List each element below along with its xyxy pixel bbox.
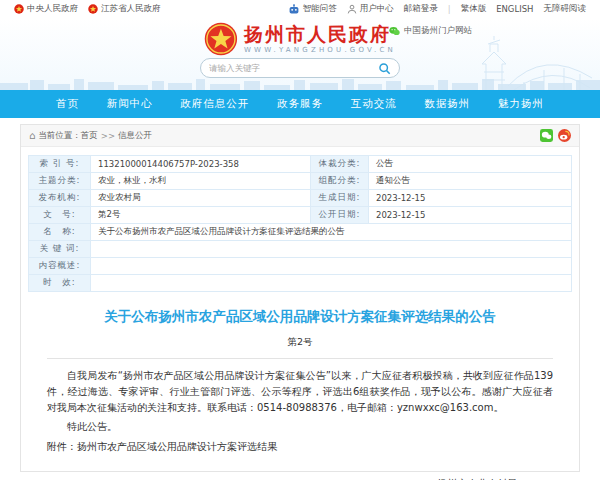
article-title: 关于公布扬州市农产品区域公用品牌设计方案征集评选结果的公告: [47, 308, 553, 326]
english-label: ENGLISH: [496, 4, 533, 14]
meta-row: 时 效:: [29, 275, 572, 292]
meta-value: 11321000014406757P-2023-358: [91, 156, 311, 173]
meta-row: 发布机构:农业农村局生成日期:2023-12-15: [29, 190, 572, 207]
national-emblem-icon: [88, 4, 98, 14]
content-panel: ⌂ 当前位置： 首页 >> 信息公开 索 引 号:113210000144067…: [20, 124, 580, 472]
topbar-left: 中央人民政府 江苏省人民政府: [14, 3, 161, 15]
meta-row: 主题分类:农业，林业，水利组配分类:通知公告: [29, 173, 572, 190]
meta-label: 体裁分类:: [311, 156, 369, 173]
article-closing: 特此公告。: [47, 420, 553, 434]
title-divider: [47, 358, 553, 359]
topbar-divider: |: [448, 4, 451, 14]
meta-label: 内容概述:: [29, 258, 91, 275]
mail-login-link[interactable]: 邮箱登录: [404, 3, 438, 15]
nav-item[interactable]: 数据扬州: [424, 97, 470, 111]
breadcrumb: ⌂ 当前位置： 首页 >> 信息公开: [21, 125, 579, 147]
smart-qa-link[interactable]: 智能问答: [288, 3, 337, 15]
national-emblem-icon: [204, 22, 238, 56]
meta-value: 公告: [369, 156, 572, 173]
meta-label: 发布机构:: [29, 190, 91, 207]
meta-value: [91, 275, 572, 292]
site-url: WWW.YANGZHOU.GOV.CN: [244, 46, 396, 54]
english-link[interactable]: ENGLISH: [496, 4, 533, 14]
meta-label: 组配分类:: [311, 173, 369, 190]
share-wechat-icon[interactable]: [540, 129, 553, 142]
user-center-label: 用户中心: [360, 3, 394, 15]
attachment-link[interactable]: 扬州市农产品区域公用品牌设计方案评选结果: [77, 441, 277, 452]
meta-value: 农业农村局: [91, 190, 311, 207]
signature-block: 扬州市农业农村局 2023年12月15日: [47, 474, 553, 480]
city-skyline-artwork: [0, 77, 600, 90]
meta-label: 名 称:: [29, 224, 91, 241]
search-icon[interactable]: [378, 62, 391, 75]
document-meta-table: 索 引 号:11321000014406757P-2023-358体裁分类:公告…: [28, 155, 572, 292]
accessibility-link[interactable]: 无障碍阅读: [544, 3, 587, 15]
link-jiangsu-gov[interactable]: 江苏省人民政府: [88, 3, 161, 15]
home-icon: ⌂: [29, 130, 35, 141]
attachment-line: 附件：扬州市农产品区域公用品牌设计方案评选结果: [47, 440, 553, 454]
meta-row: 名 称:关于公布扬州市农产品区域公用品牌设计方案征集评选结果的公告: [29, 224, 572, 241]
traditional-link[interactable]: 繁体版: [461, 3, 487, 15]
article: 关于公布扬州市农产品区域公用品牌设计方案征集评选结果的公告 第2号 自我局发布“…: [21, 292, 579, 480]
article-doc-number: 第2号: [47, 336, 553, 349]
national-emblem-icon: [14, 4, 24, 14]
meta-row: 关 键 词:: [29, 241, 572, 258]
search-input[interactable]: [209, 63, 378, 73]
meta-label: 关 键 词:: [29, 241, 91, 258]
breadcrumb-label: 当前位置：: [38, 130, 81, 142]
article-paragraph: 自我局发布“扬州市农产品区域公用品牌设计方案征集公告”以来，广大应征者积极投稿，…: [47, 368, 553, 417]
main-nav: 首页新闻中心政府信息公开政务服务互动交流数据扬州魅力扬州: [0, 90, 600, 118]
meta-row: 内容概述:: [29, 258, 572, 275]
portal-tag[interactable]: 中国扬州门户网站: [389, 25, 472, 37]
search-bar: [200, 58, 400, 78]
accessibility-label: 无障碍阅读: [544, 3, 587, 15]
breadcrumb-separator: >>: [101, 131, 115, 141]
nav-item[interactable]: 政务服务: [277, 97, 323, 111]
nav-item[interactable]: 首页: [56, 97, 79, 111]
topbar-right: 智能问答 用户中心 邮箱登录 | 繁体版 ENGLISH 无障碍阅读: [288, 3, 586, 15]
link-central-gov-label: 中央人民政府: [27, 3, 78, 15]
nav-item[interactable]: 政府信息公开: [180, 97, 249, 111]
attachment-label: 附件：: [47, 441, 77, 452]
site-name: 扬州市人民政府: [244, 24, 396, 45]
user-icon: [347, 4, 357, 14]
user-center-link[interactable]: 用户中心: [347, 3, 394, 15]
nav-item[interactable]: 魅力扬州: [498, 97, 544, 111]
meta-value: 2023-12-15: [369, 190, 572, 207]
meta-row: 索 引 号:11321000014406757P-2023-358体裁分类:公告: [29, 156, 572, 173]
meta-value: [91, 241, 572, 258]
smart-qa-label: 智能问答: [303, 3, 337, 15]
meta-value: 2023-12-15: [369, 207, 572, 224]
meta-value: 通知公告: [369, 173, 572, 190]
breadcrumb-current: 信息公开: [118, 130, 152, 142]
meta-value: 第2号: [91, 207, 311, 224]
meta-label: 公开日期:: [311, 207, 369, 224]
traditional-label: 繁体版: [461, 3, 487, 15]
share-weibo-icon[interactable]: [558, 129, 571, 142]
robot-icon: [288, 4, 300, 15]
link-jiangsu-gov-label: 江苏省人民政府: [101, 3, 161, 15]
site-header: 扬州市人民政府 WWW.YANGZHOU.GOV.CN 中国扬州门户网站: [0, 18, 600, 90]
meta-value: [91, 258, 572, 275]
meta-value: 农业，林业，水利: [91, 173, 311, 190]
link-central-gov[interactable]: 中央人民政府: [14, 3, 78, 15]
logo-text: 扬州市人民政府 WWW.YANGZHOU.GOV.CN: [244, 24, 396, 55]
tower-bridge-artwork: [424, 34, 594, 90]
nav-item[interactable]: 新闻中心: [107, 97, 153, 111]
nav-item[interactable]: 互动交流: [351, 97, 397, 111]
meta-label: 文 号:: [29, 207, 91, 224]
issuer-name: 扬州市农业农村局: [47, 474, 517, 480]
meta-label: 时 效:: [29, 275, 91, 292]
meta-label: 主题分类:: [29, 173, 91, 190]
meta-label: 索 引 号:: [29, 156, 91, 173]
mail-login-label: 邮箱登录: [404, 3, 438, 15]
meta-value: 关于公布扬州市农产品区域公用品牌设计方案征集评选结果的公告: [91, 224, 572, 241]
site-logo[interactable]: 扬州市人民政府 WWW.YANGZHOU.GOV.CN: [204, 22, 396, 56]
top-utility-bar: 中央人民政府 江苏省人民政府 智能问答 用户中心 邮箱登录 | 繁体版 ENGL…: [0, 0, 600, 18]
meta-label: 生成日期:: [311, 190, 369, 207]
meta-table-body: 索 引 号:11321000014406757P-2023-358体裁分类:公告…: [29, 156, 572, 292]
share-icons: [540, 129, 571, 142]
breadcrumb-home-link[interactable]: 首页: [81, 130, 98, 142]
wechat-icon: [389, 26, 400, 36]
portal-tag-label: 中国扬州门户网站: [404, 25, 472, 37]
